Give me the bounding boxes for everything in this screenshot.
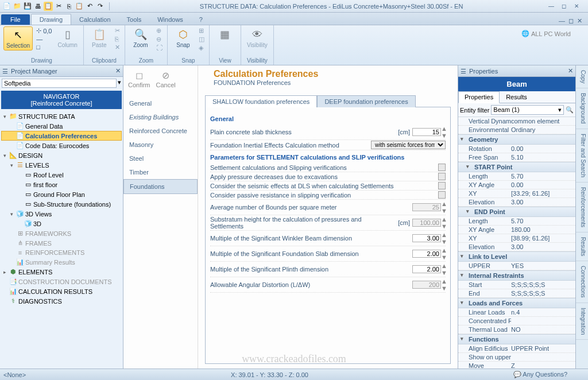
tree-first[interactable]: ▭first floor <box>1 180 122 189</box>
tree-3d[interactable]: 🧊3D <box>1 219 122 228</box>
qat-copy-icon[interactable]: ⎘ <box>64 2 74 11</box>
tree-structure-data[interactable]: ▾📁STRUCTURE DATA <box>1 111 122 121</box>
zoom-out-button[interactable]: ⊖ <box>155 35 164 44</box>
prop-row[interactable]: Align EdificiusUPPER Point <box>458 344 575 353</box>
tree-code-data[interactable]: 📄Code Data: Eurocodes <box>1 141 122 150</box>
navigator-block[interactable]: NAVIGATOR [Reinforced Concrete] <box>1 91 122 109</box>
zoom-button[interactable]: 🔍Zoom <box>129 26 153 49</box>
prop-row[interactable]: Show on upper floo <box>458 353 575 362</box>
prop-row[interactable]: Thermal LoadNO <box>458 325 575 334</box>
inertial-dropdown[interactable]: with seismic forces from Spectrum <box>371 141 446 149</box>
qat-new-icon[interactable]: 📄 <box>2 2 11 11</box>
center-nav-existing-buildings[interactable]: Existing Buildings <box>123 110 198 124</box>
qat-print-icon[interactable]: 🖶 <box>33 2 42 11</box>
prop-group-loads-and-forces[interactable]: ▾Loads and Forces <box>458 298 575 308</box>
checkbox[interactable] <box>438 191 446 199</box>
paste-button[interactable]: 📋Paste <box>87 26 111 49</box>
help-link[interactable]: 💬 Any Questions? <box>513 371 567 378</box>
checkbox[interactable] <box>438 173 446 180</box>
ribbon-rect-button[interactable]: □ <box>35 43 53 51</box>
tree-frames[interactable]: ⋔FRAMES <box>1 238 122 248</box>
center-nav-timber[interactable]: Timber <box>123 165 198 179</box>
prop-row[interactable]: Linear Loadsn.4 <box>458 308 575 317</box>
prop-row[interactable]: Concentrated Force <box>458 317 575 325</box>
entity-filter-dropdown[interactable]: Beam (1) ▾ <box>491 105 564 115</box>
minimize-button[interactable]: — <box>547 2 556 10</box>
side-tab-filter-and-search[interactable]: Filter and Search <box>576 129 588 183</box>
tree-design[interactable]: ▾📐DESIGN <box>1 150 122 160</box>
tree-calc-pref[interactable]: 📄Calculation Preferences <box>1 131 122 141</box>
delete-button[interactable]: ✕ <box>114 43 121 52</box>
prop-row[interactable]: Elevation3.00 <box>458 243 575 251</box>
snap-point-button[interactable]: ◈ <box>198 44 206 52</box>
tab-properties[interactable]: Properties <box>458 91 500 103</box>
maximize-button[interactable]: ◻ <box>559 2 568 10</box>
tab-windows[interactable]: Windows <box>149 14 191 25</box>
confirm-button[interactable]: ◻Confirm <box>128 70 150 88</box>
snap-button[interactable]: ⬡Snap <box>171 26 195 49</box>
search-input[interactable] <box>2 79 117 88</box>
mdi-minimize-icon[interactable]: — <box>559 17 565 25</box>
tree-construction[interactable]: 📑CONSTRUCTION DOCUMENTS <box>1 277 122 286</box>
prop-row[interactable]: XY[33.29; 61.26] <box>458 189 575 198</box>
view-button[interactable]: ▦ <box>213 26 237 42</box>
selection-button[interactable]: ↖Selection <box>3 26 33 51</box>
prop-row[interactable]: Length5.70 <box>458 172 575 181</box>
qat-redo-icon[interactable]: ↷ <box>95 2 105 11</box>
checkbox[interactable] <box>438 182 446 189</box>
tree-elements[interactable]: ▸⬢ELEMENTS <box>1 267 122 277</box>
tab-calculation[interactable]: Calculation <box>71 14 118 25</box>
tree-calc-results[interactable]: 📊CALCULATION RESULTS <box>1 286 122 296</box>
tree-ground[interactable]: ▭Ground Floor Plan <box>1 189 122 199</box>
qat-undo-icon[interactable]: ↶ <box>85 2 94 11</box>
close-button[interactable]: ✕ <box>572 2 581 10</box>
tab-drawing[interactable]: Drawing <box>31 14 71 25</box>
copy-button[interactable]: ⎘ <box>114 35 121 43</box>
center-nav-general[interactable]: General <box>123 96 198 110</box>
panel-close-icon[interactable]: ✕ <box>115 67 121 75</box>
cut-button[interactable]: ✂ <box>114 26 121 35</box>
prop-row[interactable]: Free Span5.10 <box>458 153 575 162</box>
qat-doc-icon[interactable]: 📋 <box>44 2 53 11</box>
prop-group-geometry[interactable]: ▾Geometry <box>458 134 575 145</box>
num-input[interactable] <box>412 234 441 242</box>
qat-cut-icon[interactable]: ✂ <box>54 2 63 11</box>
search-clear-icon[interactable]: ▾ <box>118 79 121 88</box>
prop-row[interactable]: UPPERYES <box>458 262 575 270</box>
center-nav-foundations[interactable]: Foundations <box>123 179 198 194</box>
prop-row[interactable]: Elevation3.00 <box>458 198 575 207</box>
side-tab-connections[interactable]: Connections <box>576 261 588 303</box>
prop-row[interactable]: Rotation0.00 <box>458 145 575 153</box>
prop-row[interactable]: MoveZ <box>458 362 575 369</box>
snap-grid-button[interactable]: ⊞ <box>198 26 206 35</box>
prop-group-end-point[interactable]: ▾END Point <box>458 207 575 217</box>
zoom-in-button[interactable]: ⊕ <box>155 26 164 35</box>
center-nav-steel[interactable]: Steel <box>123 152 198 165</box>
slab-input[interactable] <box>412 128 441 136</box>
side-tab-background[interactable]: Background <box>576 88 588 129</box>
file-tab[interactable]: File <box>1 14 30 25</box>
qat-paste-icon[interactable]: 📋 <box>75 2 84 11</box>
side-tab-integration[interactable]: Integration <box>576 303 588 340</box>
cancel-button[interactable]: ⊘Cancel <box>156 70 176 88</box>
tab-deep[interactable]: DEEP foundation preferences <box>317 95 415 107</box>
side-tab-results[interactable]: Results <box>576 232 588 261</box>
prop-row[interactable]: EnvironmentalOrdinary <box>458 126 575 134</box>
ribbon-line-button[interactable]: — <box>35 35 53 43</box>
tab-results[interactable]: Results <box>500 91 533 103</box>
tree-sub[interactable]: ▭Sub-Structure (foundations) <box>1 199 122 209</box>
snap-line-button[interactable]: ◫ <box>198 35 206 44</box>
tab-shallow[interactable]: SHALLOW foundation preferences <box>205 95 317 107</box>
center-nav-masonry[interactable]: Masonry <box>123 138 198 152</box>
tree-general-data[interactable]: 📄General Data <box>1 121 122 131</box>
tree-summary[interactable]: 📊Summary Results <box>1 257 122 267</box>
tab-tools[interactable]: Tools <box>119 14 150 25</box>
num-input[interactable] <box>412 265 441 273</box>
tree-frameworks[interactable]: ⊞FRAMEWORKS <box>1 228 122 238</box>
qat-open-icon[interactable]: 📁 <box>13 2 22 11</box>
zoom-fit-button[interactable]: ⛶ <box>155 44 164 52</box>
tree-roof[interactable]: ▭Roof Level <box>1 170 122 180</box>
prop-row[interactable]: Vertical Dynam.common element <box>458 117 575 126</box>
checkbox[interactable] <box>438 164 446 171</box>
prop-row[interactable]: Length5.70 <box>458 217 575 226</box>
